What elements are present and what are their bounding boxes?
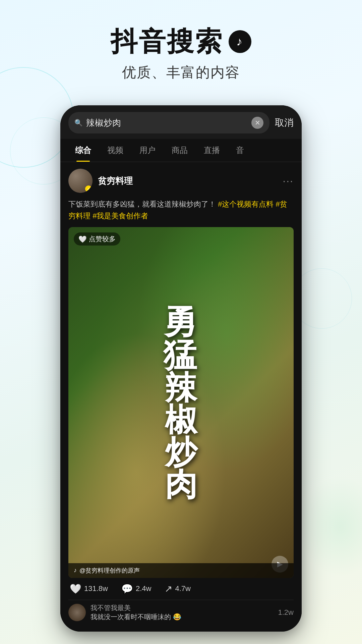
- comment-icon: 💬: [121, 583, 133, 594]
- video-overlay: 勇 猛 辣 椒 炒 肉: [68, 227, 294, 578]
- tab-product[interactable]: 商品: [164, 139, 196, 162]
- interaction-bar: 🤍 131.8w 💬 2.4w ↗ 4.7w: [68, 578, 294, 600]
- comment-content: 我不管我最美 我就没一次看时不咽唾沫的 😂: [90, 603, 274, 622]
- header: 抖音搜索 ♪ 优质、丰富的内容: [0, 0, 362, 95]
- comment-count-label: 1.2w: [278, 608, 294, 617]
- sound-icon: ♪: [74, 567, 77, 574]
- comment-body: 我就没一次看时不咽唾沫的 😂: [90, 612, 274, 622]
- app-subtitle: 优质、丰富的内容: [0, 63, 362, 82]
- like-button[interactable]: 🤍 131.8w: [70, 583, 108, 594]
- share-count: 4.7w: [175, 584, 190, 593]
- avatar: ✓: [68, 169, 93, 193]
- like-count: 131.8w: [84, 584, 108, 593]
- search-box[interactable]: 🔍 辣椒炒肉 ✕: [68, 112, 269, 133]
- hashtag-3[interactable]: #我是美食创作者: [93, 212, 148, 220]
- tiktok-logo-symbol: ♪: [236, 35, 244, 48]
- post-text: 下饭菜到底有多凶猛，就看这道辣椒炒肉了！ #这个视频有点料 #贫穷料理 #我是美…: [68, 198, 294, 222]
- search-query: 辣椒炒肉: [86, 117, 248, 129]
- search-area: 🔍 辣椒炒肉 ✕ 取消: [60, 105, 302, 139]
- tab-comprehensive[interactable]: 综合: [67, 139, 99, 162]
- comment-count: 2.4w: [136, 584, 151, 593]
- like-icon: 🤍: [70, 583, 81, 594]
- share-icon: ↗: [165, 583, 172, 594]
- video-title-char-3: 辣: [165, 372, 197, 404]
- more-options-button[interactable]: ···: [283, 175, 294, 187]
- share-button[interactable]: ↗ 4.7w: [165, 583, 190, 594]
- video-title-char-2: 猛: [163, 338, 199, 372]
- search-clear-button[interactable]: ✕: [251, 117, 263, 129]
- video-title-char-4: 椒: [165, 404, 197, 436]
- tiktok-logo-icon: ♪: [229, 30, 251, 53]
- username[interactable]: 贫穷料理: [98, 175, 133, 187]
- phone-mockup: 🔍 辣椒炒肉 ✕ 取消 综合 视频 用户 商品 直播 音: [60, 105, 302, 632]
- sound-source-text: @贫穷料理创作的原声: [79, 567, 140, 575]
- content-area: ✓ 贫穷料理 ··· 下饭菜到底有多凶猛，就看这道辣椒炒肉了！ #这个视频有点料…: [60, 162, 302, 632]
- title-text: 抖音搜索: [111, 27, 223, 56]
- hashtag-1[interactable]: #这个视频有点料: [218, 200, 276, 208]
- verified-badge-icon: ✓: [85, 185, 92, 192]
- tab-music[interactable]: 音: [228, 139, 252, 162]
- comment-user-avatar: [68, 604, 86, 621]
- search-tabs: 综合 视频 用户 商品 直播 音: [60, 139, 302, 162]
- tab-video[interactable]: 视频: [99, 139, 131, 162]
- comment-button[interactable]: 💬 2.4w: [121, 583, 151, 594]
- app-title: 抖音搜索 ♪: [0, 27, 362, 56]
- comment-preview: 我不管我最美 我就没一次看时不咽唾沫的 😂 1.2w: [68, 600, 294, 625]
- comment-username: 我不管我最美: [90, 603, 274, 612]
- video-title-char-5: 炒: [165, 436, 197, 468]
- video-title-char-1: 勇: [163, 305, 199, 338]
- video-title-char-6: 肉: [165, 468, 197, 500]
- tab-live[interactable]: 直播: [196, 139, 228, 162]
- video-thumbnail[interactable]: 🤍 点赞较多 勇 猛 辣 椒 炒 肉 ▶: [68, 227, 294, 578]
- search-icon: 🔍: [74, 119, 83, 127]
- post-text-normal: 下饭菜到底有多凶猛，就看这道辣椒炒肉了！: [68, 200, 216, 208]
- tab-user[interactable]: 用户: [131, 139, 164, 162]
- phone-container: 🔍 辣椒炒肉 ✕ 取消 综合 视频 用户 商品 直播 音: [0, 105, 362, 632]
- cancel-button[interactable]: 取消: [275, 116, 294, 129]
- user-card: ✓ 贫穷料理 ···: [68, 169, 294, 193]
